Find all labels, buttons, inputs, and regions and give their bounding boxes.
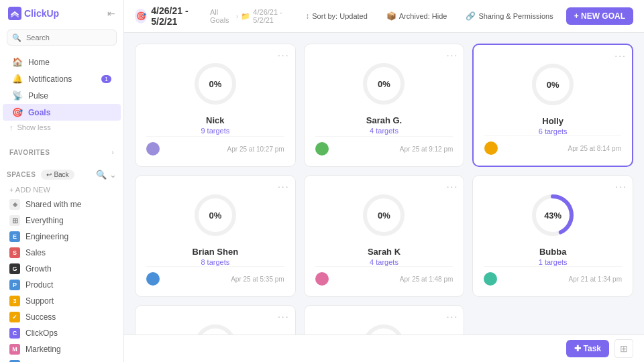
goal-card-menu-brian-shen[interactable]: ···	[278, 181, 290, 192]
everything-icon: ⊞	[9, 215, 20, 226]
progress-text-bubba: 43%	[544, 210, 561, 221]
progress-ring-brian-shen: 0%	[192, 192, 239, 239]
goal-card-menu-nick[interactable]: ···	[278, 50, 290, 60]
goal-card-sarah-g[interactable]: ··· 0% Sarah G. 4 targets Apr 25 at 9:12…	[304, 44, 465, 167]
collapse-sidebar-button[interactable]: ⇤	[107, 8, 115, 19]
goal-footer-sarah-g: Apr 25 at 9:12 pm	[315, 136, 453, 156]
bell-icon: 🔔	[12, 74, 23, 84]
engineering-icon: E	[9, 231, 20, 242]
favorites-label: FAVORITES	[9, 149, 50, 156]
add-new-label: + ADD NEW	[9, 186, 50, 194]
goal-targets-holly[interactable]: 6 targets	[539, 127, 568, 135]
goal-name-holly: Holly	[542, 116, 564, 126]
goal-targets-brian-shen[interactable]: 8 targets	[201, 258, 229, 266]
topbar-left: 🎯 4/26/21 - 5/2/21 All Goals › 📁 4/26/21…	[135, 5, 294, 27]
sidebar-nav: 🏠 Home 🔔 Notifications 1 📡 Pulse 🎯 Goals…	[0, 51, 123, 137]
archived-button[interactable]: 📦 Archived: Hide	[380, 8, 453, 24]
success-label: Success	[25, 312, 56, 322]
chevron-right-icon[interactable]: ›	[111, 149, 114, 156]
growth-icon: G	[9, 263, 20, 274]
goal-card-brian-shen[interactable]: ··· 0% Brian Shen 8 targets Apr 25 at 5:…	[135, 175, 296, 297]
svg-point-14	[365, 326, 402, 335]
topbar-actions: ↕ Sort by: Updated 📦 Archived: Hide 🔗 Sh…	[299, 7, 633, 25]
archive-icon: 📦	[386, 11, 396, 21]
goal-date-nick: Apr 25 at 10:27 pm	[227, 145, 284, 153]
sidebar-item-sales[interactable]: S Sales	[0, 245, 123, 261]
sort-button[interactable]: ↕ Sort by: Updated	[299, 8, 374, 24]
sidebar-item-notifications[interactable]: 🔔 Notifications 1	[3, 70, 121, 87]
goal-targets-nick[interactable]: 9 targets	[201, 127, 229, 135]
goal-footer-bubba: Apr 21 at 1:34 pm	[484, 266, 622, 286]
sidebar-item-clickops[interactable]: C ClickOps	[0, 325, 123, 341]
task-button[interactable]: ✚ Task	[566, 340, 609, 357]
search-spaces-icon[interactable]: 🔍	[96, 170, 107, 180]
goal-name-sarah-g: Sarah G.	[366, 115, 402, 125]
archived-label: Archived: Hide	[399, 12, 447, 20]
logo-icon	[8, 7, 21, 20]
topbar: 🎯 4/26/21 - 5/2/21 All Goals › 📁 4/26/21…	[124, 0, 644, 33]
goal-date-sarah-k: Apr 25 at 1:48 pm	[400, 276, 453, 283]
shared-icon: ◈	[9, 199, 20, 210]
add-new-button[interactable]: + ADD NEW	[0, 183, 123, 196]
task-label: Task	[584, 344, 601, 353]
goal-name-nick: Nick	[206, 115, 224, 125]
sharing-button[interactable]: 🔗 Sharing & Permissions	[460, 8, 559, 24]
goal-card-ec-sprint[interactable]: ··· 0% E.C. Sprint 0 targets	[304, 305, 465, 335]
progress-text-nick: 0%	[209, 79, 221, 89]
sidebar-item-growth[interactable]: G Growth	[0, 261, 123, 277]
support-icon: 3	[9, 296, 20, 306]
goal-card-menu-bubba[interactable]: ···	[615, 181, 627, 192]
progress-text-brian-shen: 0%	[209, 210, 221, 221]
pulse-icon: 📡	[12, 90, 23, 101]
logo-text: ClickUp	[24, 8, 59, 19]
goal-card-nick[interactable]: ··· 0% Nick 9 targets Apr 25 at 10:27 pm	[135, 44, 296, 167]
sidebar-item-support[interactable]: 3 Support	[0, 293, 123, 309]
goal-card-menu-sarah-g[interactable]: ···	[447, 50, 459, 60]
sidebar-item-pulse[interactable]: 📡 Pulse	[3, 87, 121, 104]
sidebar-item-show-less[interactable]: ↑ Show less	[0, 121, 123, 134]
sidebar-item-shared[interactable]: ◈ Shared with me	[0, 196, 123, 213]
goal-avatar-sarah-g	[315, 142, 329, 156]
goal-card-holly[interactable]: ··· 0% Holly 6 targets Apr 25 at 8:14 pm	[472, 44, 633, 167]
search-input[interactable]	[7, 29, 117, 46]
new-goal-button[interactable]: + NEW GOAL	[566, 7, 633, 25]
goal-targets-sarah-g[interactable]: 4 targets	[370, 127, 398, 135]
sales-icon: S	[9, 247, 20, 258]
goal-footer-brian-shen: Apr 25 at 5:35 pm	[146, 266, 284, 286]
goal-targets-sarah-k[interactable]: 4 targets	[370, 258, 398, 266]
breadcrumb-date[interactable]: 4/26/21 - 5/2/21	[253, 8, 294, 24]
sidebar-item-everything[interactable]: ⊞ Everything	[0, 213, 123, 229]
goal-card-eric-c[interactable]: ··· 0% Eric C. 0 targets	[135, 305, 296, 335]
expand-spaces-icon[interactable]: ⌄	[109, 170, 117, 180]
folder-icon: 📁	[241, 12, 250, 21]
grid-icon: ⊞	[620, 343, 628, 354]
everything-label: Everything	[25, 216, 64, 225]
back-button[interactable]: ↩ Back	[41, 170, 74, 180]
sidebar-item-launchpad[interactable]: 🚀 Launch Pad	[0, 357, 123, 362]
goal-card-bubba[interactable]: ··· 43% Bubba 1 targets Apr 21 at 1:34 p…	[472, 175, 633, 297]
sidebar-item-engineering[interactable]: E Engineering	[0, 229, 123, 245]
goal-card-menu-eric-c[interactable]: ···	[278, 311, 290, 322]
sidebar-item-home[interactable]: 🏠 Home	[3, 54, 121, 70]
success-icon: ✓	[9, 312, 20, 322]
sidebar-item-goals[interactable]: 🎯 Goals	[3, 104, 121, 121]
goal-card-sarah-k[interactable]: ··· 0% Sarah K 4 targets Apr 25 at 1:48 …	[304, 175, 465, 297]
sidebar-item-product[interactable]: P Product	[0, 277, 123, 293]
breadcrumb-all-goals[interactable]: All Goals	[210, 8, 233, 24]
goal-targets-bubba[interactable]: 1 targets	[539, 258, 568, 266]
progress-ring-ec-sprint: 0%	[360, 322, 407, 335]
sidebar: ClickUp ⇤ 🔍 🏠 Home 🔔 Notifications 1 📡 P…	[0, 0, 124, 362]
spaces-label: SPACES	[7, 171, 36, 178]
spaces-list: ◈ Shared with me ⊞ Everything E Engineer…	[0, 196, 123, 362]
goal-card-menu-sarah-k[interactable]: ···	[447, 181, 459, 192]
new-goal-label: + NEW GOAL	[574, 11, 625, 21]
goal-date-sarah-g: Apr 25 at 9:12 pm	[400, 145, 453, 153]
goal-avatar-sarah-k	[315, 272, 329, 286]
goal-name-bubba: Bubba	[539, 247, 566, 257]
goal-card-menu-holly[interactable]: ···	[614, 50, 627, 61]
sidebar-item-marketing[interactable]: M Marketing	[0, 341, 123, 357]
goal-name-brian-shen: Brian Shen	[193, 247, 239, 257]
goal-card-menu-ec-sprint[interactable]: ···	[447, 311, 459, 322]
sidebar-item-success[interactable]: ✓ Success	[0, 309, 123, 325]
grid-view-button[interactable]: ⊞	[614, 339, 633, 358]
